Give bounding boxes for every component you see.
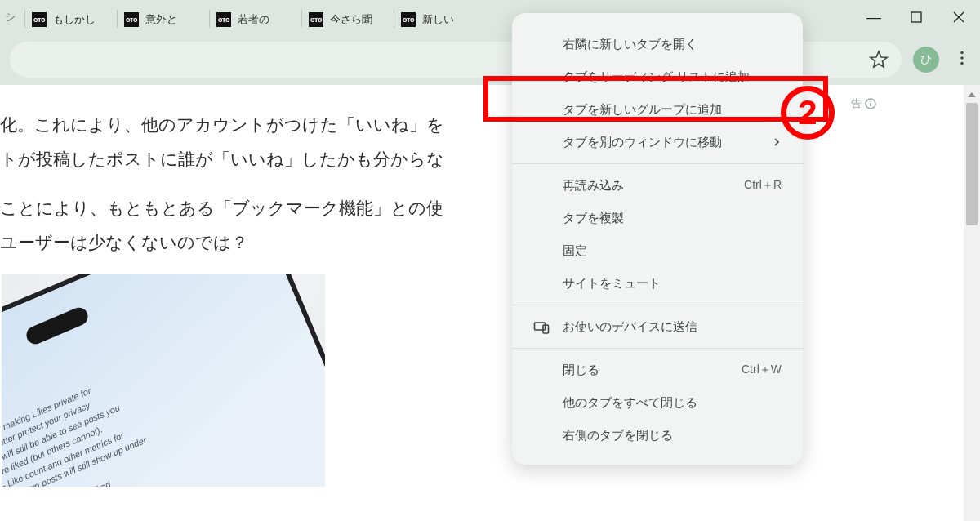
tab-favicon-icon: oтo bbox=[216, 12, 231, 27]
window-controls: — bbox=[853, 0, 980, 34]
menu-divider bbox=[512, 305, 803, 305]
tab-item[interactable]: oтo もしかし bbox=[25, 5, 117, 34]
svg-marker-10 bbox=[968, 92, 976, 97]
svg-point-6 bbox=[960, 62, 963, 65]
menu-item-label: 右側のタブを閉じる bbox=[563, 428, 673, 443]
tab-item[interactable]: oтo 意外と bbox=[118, 5, 209, 34]
maximize-button[interactable] bbox=[895, 0, 938, 34]
tab-label: 若者の bbox=[238, 12, 293, 27]
menu-item-move-to-window[interactable]: タブを別のウィンドウに移動 bbox=[512, 126, 803, 158]
menu-item-duplicate[interactable]: タブを複製 bbox=[512, 202, 803, 234]
tab-item[interactable]: oтo 今さら聞 bbox=[302, 5, 394, 34]
kebab-icon bbox=[954, 50, 970, 66]
tab-favicon-icon: oтo bbox=[309, 12, 323, 27]
article-line: ユーザーは少なくないのでは？ bbox=[0, 233, 248, 252]
article-image: ing ♥ We're making Likes private for to … bbox=[2, 274, 325, 487]
article-line: 化。これにより、他のアカウントがつけた「いいね」を bbox=[0, 115, 444, 134]
scrollbar-thumb[interactable] bbox=[966, 103, 978, 225]
menu-item-label: 他のタブをすべて閉じる bbox=[563, 395, 697, 411]
bookmark-star-button[interactable] bbox=[869, 50, 889, 69]
svg-marker-3 bbox=[871, 51, 887, 67]
phone-screenshot-text: ing ♥ We're making Likes private for to … bbox=[2, 284, 325, 487]
tab-strip: シ oтo もしかし oтo 意外と oтo 若者の oтo 今さら聞 oтo … bbox=[0, 0, 980, 34]
ad-info-badge[interactable]: 告 bbox=[851, 96, 876, 111]
article-line: ことにより、もともとある「ブックマーク機能」との使 bbox=[0, 198, 443, 217]
menu-item-label: 再読み込み bbox=[563, 178, 624, 194]
info-icon bbox=[865, 98, 876, 109]
tab-favicon-icon: oтo bbox=[401, 12, 416, 27]
star-icon bbox=[869, 50, 889, 69]
close-button[interactable] bbox=[938, 0, 980, 34]
tab-label: もしかし bbox=[53, 12, 109, 27]
menu-item-shortcut: Ctrl＋W bbox=[742, 363, 782, 377]
menu-item-mute-site[interactable]: サイトをミュート bbox=[512, 267, 803, 300]
menu-item-send-to-devices[interactable]: お使いのデバイスに送信 bbox=[512, 310, 803, 343]
menu-item-label: サイトをミュート bbox=[563, 276, 661, 292]
menu-item-close[interactable]: 閉じる Ctrl＋W bbox=[512, 354, 803, 386]
ad-label: 告 bbox=[851, 96, 862, 111]
avatar-initial: ひ bbox=[920, 52, 932, 67]
svg-point-9 bbox=[870, 100, 871, 102]
menu-item-add-to-new-group[interactable]: タブを新しいグループに追加 bbox=[512, 93, 803, 126]
close-icon bbox=[953, 11, 964, 23]
devices-icon bbox=[533, 319, 550, 336]
svg-point-4 bbox=[960, 51, 963, 54]
browser-menu-button[interactable] bbox=[954, 50, 970, 69]
tab-fragment-label: シ bbox=[5, 10, 16, 24]
toolbar-row: ひ bbox=[0, 34, 980, 85]
tab-context-menu: 右隣に新しいタブを開く タブをリーディング リストに追加 タブを新しいグループに… bbox=[512, 13, 803, 465]
menu-item-label: 閉じる bbox=[563, 363, 599, 378]
menu-item-label: タブをリーディング リストに追加 bbox=[563, 69, 750, 85]
menu-divider bbox=[512, 163, 803, 164]
maximize-icon bbox=[911, 11, 922, 23]
chevron-right-icon bbox=[772, 136, 782, 149]
menu-item-shortcut: Ctrl＋R bbox=[744, 178, 782, 193]
profile-avatar[interactable]: ひ bbox=[913, 47, 939, 73]
page-content: 化。これにより、他のアカウントがつけた「いいね」を トが投稿したポストに誰が「い… bbox=[0, 85, 964, 521]
menu-divider bbox=[512, 348, 803, 349]
tab-item[interactable]: oтo 新しい bbox=[394, 5, 486, 34]
menu-item-label: 右隣に新しいタブを開く bbox=[563, 37, 697, 52]
menu-item-new-tab-right[interactable]: 右隣に新しいタブを開く bbox=[512, 28, 803, 60]
article-line: トが投稿したポストに誰が「いいね」したかも分からな bbox=[0, 149, 444, 168]
menu-item-label: タブを新しいグループに追加 bbox=[563, 102, 722, 118]
menu-item-pin[interactable]: 固定 bbox=[512, 234, 803, 267]
menu-item-close-other-tabs[interactable]: 他のタブをすべて閉じる bbox=[512, 386, 803, 419]
scroll-up-icon[interactable] bbox=[967, 88, 977, 98]
tab-favicon-icon: oтo bbox=[32, 12, 47, 27]
svg-point-5 bbox=[960, 56, 963, 59]
svg-rect-0 bbox=[911, 12, 921, 22]
tab-label: 今さら聞 bbox=[330, 12, 385, 27]
tab-label: 新しい bbox=[422, 12, 478, 27]
tab-label: 意外と bbox=[145, 12, 201, 27]
phone-pill-label bbox=[24, 305, 91, 347]
menu-item-add-reading-list[interactable]: タブをリーディング リストに追加 bbox=[512, 60, 803, 93]
menu-item-label: タブを別のウィンドウに移動 bbox=[563, 135, 722, 150]
minimize-button[interactable]: — bbox=[853, 0, 895, 34]
article-paragraph: 化。これにより、他のアカウントがつけた「いいね」を トが投稿したポストに誰が「い… bbox=[0, 108, 523, 176]
tab-fragment-left: シ bbox=[0, 0, 24, 34]
menu-item-label: タブを複製 bbox=[563, 211, 624, 226]
tab-favicon-icon: oтo bbox=[124, 12, 139, 27]
tab-item[interactable]: oтo 若者の bbox=[210, 5, 301, 34]
article-paragraph: ことにより、もともとある「ブックマーク機能」との使 ユーザーは少なくないのでは？ bbox=[0, 191, 523, 260]
minimize-icon: — bbox=[866, 9, 881, 26]
menu-item-label: 固定 bbox=[563, 243, 587, 259]
menu-item-close-tabs-right[interactable]: 右側のタブを閉じる bbox=[512, 419, 803, 452]
menu-item-reload[interactable]: 再読み込み Ctrl＋R bbox=[512, 169, 803, 202]
vertical-scrollbar[interactable] bbox=[964, 85, 980, 521]
menu-item-label: お使いのデバイスに送信 bbox=[563, 319, 697, 335]
